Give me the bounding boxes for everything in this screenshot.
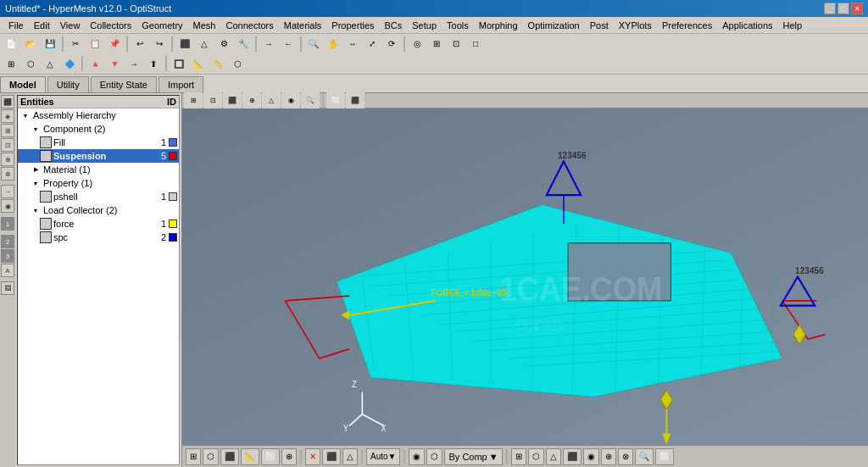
close-button[interactable]: ✕ xyxy=(851,3,863,14)
t12[interactable]: ◎ xyxy=(408,36,426,53)
tree-item-property[interactable]: Property (1) xyxy=(18,176,179,190)
by-comp-button[interactable]: By Comp ▼ xyxy=(444,448,502,465)
redo-button[interactable]: ↪ xyxy=(150,36,169,53)
menu-item-edit[interactable]: Edit xyxy=(29,19,55,32)
tab-entity-state[interactable]: Entity State xyxy=(91,76,157,92)
bt1[interactable]: ⊞ xyxy=(186,448,201,465)
menu-item-properties[interactable]: Properties xyxy=(326,19,379,32)
lt8[interactable]: ◉ xyxy=(1,199,14,213)
t9[interactable]: ↔ xyxy=(343,36,362,53)
bt5[interactable]: ⬜ xyxy=(261,448,280,465)
bt20[interactable]: ⬜ xyxy=(655,448,674,465)
lt7[interactable]: → xyxy=(1,185,14,198)
t11[interactable]: ⟳ xyxy=(382,36,401,53)
menu-item-morphing[interactable]: Morphing xyxy=(474,19,523,32)
vt3[interactable]: ⬛ xyxy=(223,92,242,109)
menu-item-tools[interactable]: Tools xyxy=(442,19,474,32)
r2t8[interactable]: ⬆ xyxy=(144,55,163,72)
tree-item-material[interactable]: Material (1) xyxy=(18,163,179,176)
menu-item-xyplots[interactable]: XYPlots xyxy=(614,19,657,32)
bt9[interactable]: △ xyxy=(342,448,358,465)
bt17[interactable]: ⊕ xyxy=(601,448,616,465)
auto-button[interactable]: Auto ▼ xyxy=(366,448,400,465)
tree-item-component[interactable]: Component (2) xyxy=(18,122,179,136)
vt6[interactable]: ◉ xyxy=(281,92,300,109)
menu-item-materials[interactable]: Materials xyxy=(279,19,327,32)
lt4[interactable]: ⊡ xyxy=(1,138,14,152)
menu-item-geometry[interactable]: Geometry xyxy=(136,19,187,32)
t3[interactable]: ⚙ xyxy=(214,36,233,53)
tab-model[interactable]: Model xyxy=(0,76,46,92)
tab-import[interactable]: Import xyxy=(159,76,203,92)
paste-button[interactable]: 📌 xyxy=(105,36,124,53)
bt18[interactable]: ⊗ xyxy=(618,448,633,465)
3d-viewport[interactable]: Model Info: Untitled* xyxy=(182,108,868,445)
menu-item-preferences[interactable]: Preferences xyxy=(657,19,717,32)
tree-item-assembly[interactable]: Assembly Hierarchy xyxy=(18,108,179,122)
t6[interactable]: ← xyxy=(279,36,298,53)
bt2[interactable]: ⬡ xyxy=(203,448,219,465)
t14[interactable]: ⊡ xyxy=(447,36,465,53)
menu-item-post[interactable]: Post xyxy=(585,19,614,32)
vt1[interactable]: ⊞ xyxy=(184,92,203,109)
lt1[interactable]: ⬛ xyxy=(1,95,14,108)
r2t12[interactable]: ⬡ xyxy=(228,55,247,72)
lt9[interactable]: 1 xyxy=(1,217,14,231)
t1[interactable]: ⬛ xyxy=(175,36,194,53)
menu-item-collectors[interactable]: Collectors xyxy=(85,19,136,32)
lt3[interactable]: ⊞ xyxy=(1,124,14,137)
menu-item-help[interactable]: Help xyxy=(778,19,808,32)
r2t2[interactable]: ⬡ xyxy=(21,55,40,72)
vt9[interactable]: ⬛ xyxy=(346,92,364,109)
lt2[interactable]: ◈ xyxy=(1,109,14,123)
t2[interactable]: △ xyxy=(195,36,214,53)
r2t6[interactable]: 🔻 xyxy=(105,55,124,72)
r2t5[interactable]: 🔺 xyxy=(86,55,104,72)
minimize-button[interactable]: _ xyxy=(824,3,836,14)
t7[interactable]: 🔍 xyxy=(304,36,323,53)
vt4[interactable]: ⊕ xyxy=(242,92,261,109)
bt15[interactable]: ⬛ xyxy=(563,448,581,465)
new-button[interactable]: 📄 xyxy=(2,36,20,53)
bt8[interactable]: ⬛ xyxy=(322,448,341,465)
menu-item-connectors[interactable]: Connectors xyxy=(220,19,278,32)
r2t10[interactable]: 📐 xyxy=(189,55,208,72)
bt6[interactable]: ⊕ xyxy=(281,448,297,465)
maximize-button[interactable]: □ xyxy=(837,3,849,14)
menu-item-view[interactable]: View xyxy=(55,19,86,32)
tree-item-spc[interactable]: spc 2 xyxy=(18,231,179,244)
menu-item-setup[interactable]: Setup xyxy=(407,19,442,32)
lt5[interactable]: ⊕ xyxy=(1,153,14,166)
lt13[interactable]: 🖼 xyxy=(1,281,14,295)
bt4[interactable]: 📐 xyxy=(241,448,259,465)
t5[interactable]: → xyxy=(259,36,278,53)
undo-button[interactable]: ↩ xyxy=(131,36,149,53)
tree-item-suspension[interactable]: Suspension 5 xyxy=(18,149,179,163)
menu-item-mesh[interactable]: Mesh xyxy=(188,19,221,32)
lt12[interactable]: A xyxy=(1,264,14,277)
r2t1[interactable]: ⊞ xyxy=(2,55,20,72)
tree-item-loadcollector[interactable]: Load Collector (2) xyxy=(18,203,179,217)
r2t3[interactable]: △ xyxy=(41,55,59,72)
lt11[interactable]: 3 xyxy=(1,249,14,263)
r2t7[interactable]: → xyxy=(125,55,143,72)
t4[interactable]: 🔧 xyxy=(234,36,253,53)
bt13[interactable]: ⬡ xyxy=(528,448,544,465)
menu-item-applications[interactable]: Applications xyxy=(717,19,777,32)
lt10[interactable]: 2 xyxy=(1,235,14,248)
vt7[interactable]: 🔍 xyxy=(301,92,320,109)
t13[interactable]: ⊞ xyxy=(427,36,446,53)
open-button[interactable]: 📂 xyxy=(21,36,40,53)
menu-item-file[interactable]: File xyxy=(3,19,29,32)
r2t9[interactable]: 🔲 xyxy=(170,55,188,72)
menu-item-bcs[interactable]: BCs xyxy=(380,19,408,32)
bt10[interactable]: ◉ xyxy=(409,448,425,465)
save-button[interactable]: 💾 xyxy=(41,36,59,53)
vt2[interactable]: ⊡ xyxy=(203,92,222,109)
r2t11[interactable]: 📏 xyxy=(209,55,227,72)
t15[interactable]: □ xyxy=(466,36,485,53)
tree-item-force[interactable]: force 1 xyxy=(18,217,179,231)
tree-item-fill[interactable]: Fill 1 xyxy=(18,136,179,149)
tree-item-pshell[interactable]: pshell 1 xyxy=(18,190,179,203)
copy-button[interactable]: 📋 xyxy=(86,36,104,53)
